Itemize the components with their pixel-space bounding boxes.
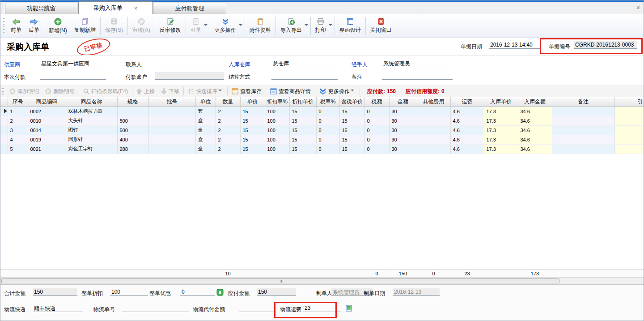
cell[interactable]: 0021: [28, 144, 66, 154]
dropdown-caret-icon[interactable]: [351, 90, 354, 93]
cell[interactable]: 0: [316, 116, 339, 125]
cell[interactable]: [614, 125, 644, 135]
cell[interactable]: 15: [240, 107, 265, 116]
cell[interactable]: 4: [8, 135, 28, 144]
row-selector-cell[interactable]: [0, 107, 8, 116]
detail-button-stock[interactable]: 查看库存: [229, 88, 265, 95]
toolbar-button-next[interactable]: 后单: [25, 16, 43, 36]
cell[interactable]: 34.6: [518, 125, 552, 135]
cell[interactable]: 15: [289, 116, 316, 125]
toolbar-button-attach[interactable]: 附件资料: [246, 16, 275, 36]
cell[interactable]: 34.6: [518, 107, 552, 116]
cell[interactable]: 0: [316, 135, 339, 144]
toolbar-button-add[interactable]: 新增(N): [45, 16, 71, 36]
cell[interactable]: 100: [265, 144, 289, 154]
cell[interactable]: 0010: [28, 116, 66, 125]
cell[interactable]: 17.3: [484, 144, 518, 154]
cell[interactable]: 15: [339, 135, 364, 144]
doc-no-field[interactable]: CGRKD-20161213-0003: [574, 41, 637, 49]
tabbar-close-icon[interactable]: ×: [636, 4, 640, 11]
column-header-5[interactable]: 单位: [195, 97, 216, 107]
cell[interactable]: [417, 144, 450, 154]
cell[interactable]: 30: [389, 107, 417, 116]
cell[interactable]: 4.6: [450, 125, 484, 135]
cell[interactable]: 双林木柄拉力器: [66, 107, 117, 116]
cell[interactable]: 盒: [195, 144, 216, 154]
field-input-1[interactable]: [155, 60, 224, 67]
cell[interactable]: 套: [195, 107, 216, 116]
cell[interactable]: 100: [265, 116, 289, 125]
cell[interactable]: 100: [265, 135, 289, 144]
toolbar-button-save[interactable]: 保存(S): [102, 16, 127, 36]
footer-input-row2-3[interactable]: 23: [303, 304, 341, 312]
cell[interactable]: 0: [364, 144, 389, 154]
cell[interactable]: 盒: [195, 125, 216, 135]
toolbar-button-chevrons[interactable]: 更多操作: [211, 16, 240, 36]
cell[interactable]: 0014: [28, 125, 66, 135]
cell[interactable]: 4.6: [450, 116, 484, 125]
dropdown-caret-icon[interactable]: [305, 24, 308, 28]
cell[interactable]: [552, 116, 614, 125]
toolbar-button-approve[interactable]: 审核(A): [129, 16, 154, 36]
detail-button-move-down[interactable]: 下移: [158, 88, 182, 95]
dropdown-caret-icon[interactable]: [329, 24, 332, 28]
cell[interactable]: 2: [216, 125, 240, 135]
cell[interactable]: 0: [364, 107, 389, 116]
column-header-16[interactable]: 入库单价: [484, 97, 518, 107]
column-header-12[interactable]: 税额: [364, 97, 389, 107]
footer-input-row2-1[interactable]: [122, 304, 189, 312]
column-header-6[interactable]: 数量: [216, 97, 240, 107]
footer-input-row1-1[interactable]: 100: [110, 288, 148, 296]
cell[interactable]: 0019: [28, 135, 66, 144]
footer-input-row2-2[interactable]: [239, 304, 275, 312]
cell[interactable]: [117, 107, 148, 116]
toolbar-button-print[interactable]: 打印: [312, 16, 330, 36]
cell[interactable]: 盒: [195, 116, 216, 125]
cell[interactable]: 15: [339, 107, 364, 116]
cell[interactable]: [417, 135, 450, 144]
tab-purchase-inbound[interactable]: 采购入库单×: [78, 1, 153, 14]
cell[interactable]: 15: [240, 116, 265, 125]
column-header-7[interactable]: 单价: [240, 97, 265, 107]
toolbar-button-design[interactable]: 界面设计: [336, 16, 364, 36]
detailbar-drag-handle[interactable]: [2, 87, 4, 95]
field-input-2[interactable]: 总仓库: [271, 60, 338, 67]
cell[interactable]: 2: [216, 144, 240, 154]
detail-button-chevrons[interactable]: 更多操作: [316, 88, 359, 95]
detail-button-scan[interactable]: 扫描条形码(F4): [80, 88, 131, 95]
toolbar-button-doc[interactable]: 引单: [187, 16, 205, 36]
cell[interactable]: 0: [316, 125, 339, 135]
cell[interactable]: [417, 116, 450, 125]
cell[interactable]: [552, 135, 614, 144]
row-selector-cell[interactable]: [0, 125, 8, 135]
cell[interactable]: 15: [289, 125, 316, 135]
cell[interactable]: [614, 116, 644, 125]
cell[interactable]: 288: [117, 144, 148, 154]
cell[interactable]: 4.6: [450, 135, 484, 144]
column-header-13[interactable]: 金额: [389, 97, 417, 107]
cell[interactable]: 17.3: [484, 135, 518, 144]
cell[interactable]: 15: [240, 125, 265, 135]
field-input-3[interactable]: 系统管理员: [382, 60, 453, 67]
cell[interactable]: 15: [240, 135, 265, 144]
cell[interactable]: [552, 125, 614, 135]
cell[interactable]: 回形针: [66, 135, 117, 144]
footer-input-row1-2[interactable]: 0: [180, 288, 215, 296]
field-input-4[interactable]: [40, 72, 106, 80]
discount-yuan-button[interactable]: ¥: [216, 289, 224, 296]
cell[interactable]: [614, 107, 644, 116]
cell[interactable]: 100: [265, 107, 289, 116]
toolbar-button-copy[interactable]: 复制新增: [71, 16, 99, 36]
row-selector-cell[interactable]: [0, 135, 8, 144]
footer-input-row1-3[interactable]: 150: [257, 288, 296, 296]
cell[interactable]: 0: [364, 116, 389, 125]
cell[interactable]: 图钉: [66, 125, 117, 135]
freight-detail-button[interactable]: [346, 305, 353, 312]
cell[interactable]: 17.3: [484, 125, 518, 135]
cell[interactable]: 15: [289, 135, 316, 144]
detail-button-delete-row[interactable]: 删除明细: [42, 88, 78, 95]
dropdown-caret-icon[interactable]: [204, 24, 208, 28]
cell[interactable]: 4.6: [450, 144, 484, 154]
cell[interactable]: 2: [216, 116, 240, 125]
toolbar-button-edit[interactable]: 反审修改: [156, 16, 185, 36]
